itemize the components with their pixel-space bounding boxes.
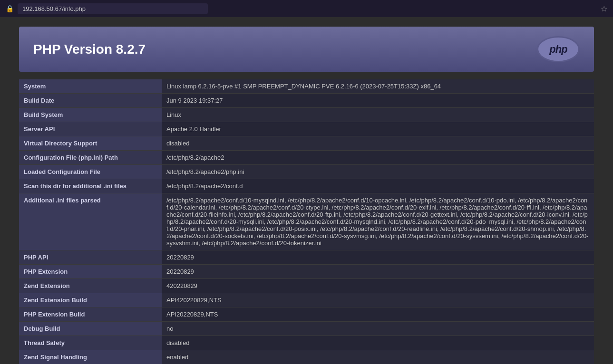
- url-bar[interactable]: 192.168.50.67/info.php: [18, 3, 208, 14]
- table-row: Build DateJun 9 2023 19:37:27: [19, 94, 594, 108]
- table-row: Build SystemLinux: [19, 108, 594, 122]
- row-label: Server API: [19, 122, 162, 136]
- row-label: Debug Build: [19, 322, 162, 336]
- table-row: Additional .ini files parsed/etc/php/8.2…: [19, 193, 594, 250]
- php-header: PHP Version 8.2.7 php: [19, 27, 594, 72]
- row-value: /etc/php/8.2/apache2/php.ini: [162, 165, 594, 179]
- row-value: disabled: [162, 336, 594, 350]
- row-value: Apache 2.0 Handler: [162, 122, 594, 136]
- row-label: Scan this dir for additional .ini files: [19, 179, 162, 193]
- row-value: API20220829,NTS: [162, 307, 594, 322]
- row-label: Virtual Directory Support: [19, 136, 162, 151]
- table-row: PHP Extension20220829: [19, 265, 594, 279]
- row-label: Loaded Configuration File: [19, 165, 162, 179]
- row-label: Build Date: [19, 94, 162, 108]
- row-value: 20220829: [162, 250, 594, 265]
- table-row: Zend Signal Handlingenabled: [19, 350, 594, 364]
- row-value: Linux: [162, 108, 594, 122]
- table-row: PHP Extension BuildAPI20220829,NTS: [19, 307, 594, 322]
- php-logo: php: [537, 36, 580, 62]
- table-row: PHP API20220829: [19, 250, 594, 265]
- browser-bar: 🔒 192.168.50.67/info.php ☆: [0, 0, 613, 17]
- row-value: /etc/php/8.2/apache2/conf.d: [162, 179, 594, 193]
- row-value: no: [162, 322, 594, 336]
- lock-icon: 🔒: [6, 5, 14, 12]
- row-value: /etc/php/8.2/apache2/conf.d/10-mysqlnd.i…: [162, 193, 594, 250]
- row-value: /etc/php/8.2/apache2: [162, 151, 594, 165]
- table-row: Scan this dir for additional .ini files/…: [19, 179, 594, 193]
- row-label: System: [19, 79, 162, 94]
- php-version-title: PHP Version 8.2.7: [33, 42, 146, 57]
- row-label: Zend Extension: [19, 279, 162, 293]
- table-row: SystemLinux lamp 6.2.16-5-pve #1 SMP PRE…: [19, 79, 594, 94]
- row-label: Zend Signal Handling: [19, 350, 162, 364]
- row-label: PHP Extension Build: [19, 307, 162, 322]
- table-row: Thread Safetydisabled: [19, 336, 594, 350]
- row-value: Jun 9 2023 19:37:27: [162, 94, 594, 108]
- row-value: 20220829: [162, 265, 594, 279]
- row-label: PHP API: [19, 250, 162, 265]
- row-label: PHP Extension: [19, 265, 162, 279]
- row-label: Build System: [19, 108, 162, 122]
- row-label: Zend Extension Build: [19, 293, 162, 307]
- table-row: Configuration File (php.ini) Path/etc/ph…: [19, 151, 594, 165]
- row-value: enabled: [162, 350, 594, 364]
- row-value: Linux lamp 6.2.16-5-pve #1 SMP PREEMPT_D…: [162, 79, 594, 94]
- info-table: SystemLinux lamp 6.2.16-5-pve #1 SMP PRE…: [19, 79, 594, 364]
- row-label: Additional .ini files parsed: [19, 193, 162, 250]
- page-content: PHP Version 8.2.7 php SystemLinux lamp 6…: [0, 17, 613, 364]
- table-row: Loaded Configuration File/etc/php/8.2/ap…: [19, 165, 594, 179]
- table-row: Debug Buildno: [19, 322, 594, 336]
- table-row: Zend Extension420220829: [19, 279, 594, 293]
- table-row: Virtual Directory Supportdisabled: [19, 136, 594, 151]
- row-value: 420220829: [162, 279, 594, 293]
- table-row: Zend Extension BuildAPI420220829,NTS: [19, 293, 594, 307]
- row-label: Thread Safety: [19, 336, 162, 350]
- row-label: Configuration File (php.ini) Path: [19, 151, 162, 165]
- star-icon[interactable]: ☆: [601, 4, 607, 13]
- row-value: disabled: [162, 136, 594, 151]
- row-value: API420220829,NTS: [162, 293, 594, 307]
- table-row: Server APIApache 2.0 Handler: [19, 122, 594, 136]
